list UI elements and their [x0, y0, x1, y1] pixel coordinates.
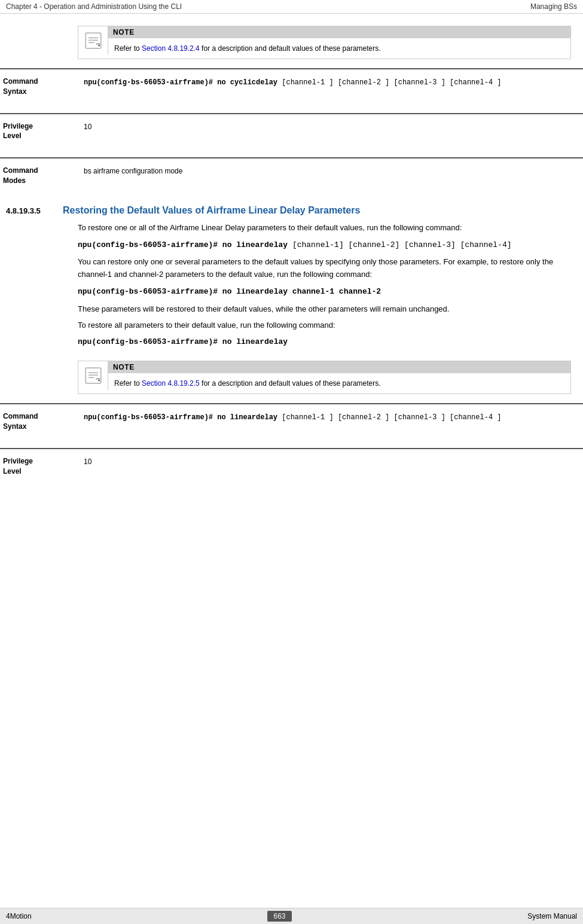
- cmd-line-1: npu(config-bs-66053-airframe)# no linear…: [78, 239, 577, 252]
- note-text-prefix-1: Refer to: [114, 44, 142, 53]
- command-syntax-bold-2: npu(config-bs-66053-airframe)# no linear…: [84, 413, 277, 422]
- privilege-level-label-1: PrivilegeLevel: [0, 120, 78, 143]
- command-modes-value-1: bs airframe configuration mode: [78, 164, 583, 187]
- note-text-1: Refer to Section 4.8.19.2.4 for a descri…: [108, 38, 570, 59]
- command-syntax-value-1: npu(config-bs-66053-airframe)# no cyclic…: [78, 75, 583, 98]
- privilege-level-row-2: PrivilegeLevel 10: [0, 448, 583, 484]
- cmd-bold-1: npu(config-bs-66053-airframe)# no linear…: [78, 240, 288, 249]
- footer-left: 4Motion: [6, 912, 32, 920]
- section-number: 4.8.19.3.5: [6, 206, 60, 215]
- note-link-2[interactable]: Section 4.8.19.2.5: [142, 379, 200, 388]
- command-syntax-mono-1: [channel-1 ] [channel-2 ] [channel-3 ] […: [277, 78, 501, 87]
- paragraph-4: To restore all parameters to their defau…: [78, 319, 577, 332]
- footer-right: System Manual: [527, 912, 577, 920]
- command-syntax-value-2: npu(config-bs-66053-airframe)# no linear…: [78, 410, 583, 433]
- note-title-1: NOTE: [108, 26, 570, 38]
- paragraph-3: These parameters will be restored to the…: [78, 303, 577, 316]
- svg-point-4: [98, 44, 100, 46]
- note-text-2: Refer to Section 4.8.19.2.5 for a descri…: [108, 373, 570, 394]
- page-number: 663: [267, 911, 291, 922]
- note-icon-1: [84, 31, 103, 50]
- note-box-2: NOTE Refer to Section 4.8.19.2.5 for a d…: [78, 361, 571, 394]
- command-modes-label-1: CommandModes: [0, 164, 78, 187]
- note-text-suffix-2: for a description and default values of …: [200, 379, 381, 388]
- command-syntax-mono-2: [channel-1 ] [channel-2 ] [channel-3 ] […: [277, 413, 501, 422]
- page-footer: 4Motion 663 System Manual: [0, 908, 583, 924]
- note-icon-area-1: [78, 26, 108, 55]
- command-syntax-row-2: CommandSyntax npu(config-bs-66053-airfra…: [0, 403, 583, 439]
- note-text-suffix-1: for a description and default values of …: [200, 44, 381, 53]
- paragraph-2: You can restore only one or several para…: [78, 256, 577, 281]
- note-link-1[interactable]: Section 4.8.19.2.4: [142, 44, 200, 53]
- cmd-rest-1: [channel-1] [channel-2] [channel-3] [cha…: [292, 240, 512, 249]
- section-title: Restoring the Default Values of Airframe…: [63, 205, 360, 216]
- note-box-1: NOTE Refer to Section 4.8.19.2.4 for a d…: [78, 26, 571, 59]
- cmd-line-3: npu(config-bs-66053-airframe)# no linear…: [78, 336, 577, 349]
- privilege-level-label-2: PrivilegeLevel: [0, 455, 78, 478]
- header-left: Chapter 4 - Operation and Administration…: [6, 2, 182, 11]
- main-content: NOTE Refer to Section 4.8.19.2.4 for a d…: [0, 14, 583, 483]
- command-syntax-bold-1: npu(config-bs-66053-airframe)# no cyclic…: [84, 78, 277, 87]
- section-heading: 4.8.19.3.5 Restoring the Default Values …: [0, 205, 583, 216]
- page-header: Chapter 4 - Operation and Administration…: [0, 0, 583, 14]
- privilege-level-value-1: 10: [78, 120, 583, 143]
- command-syntax-label-1: CommandSyntax: [0, 75, 78, 98]
- privilege-level-value-2: 10: [78, 455, 583, 478]
- paragraph-1: To restore one or all of the Airframe Li…: [78, 222, 577, 234]
- command-modes-row-1: CommandModes bs airframe configuration m…: [0, 157, 583, 193]
- note-content-1: NOTE Refer to Section 4.8.19.2.4 for a d…: [108, 26, 570, 59]
- command-syntax-row-1: CommandSyntax npu(config-bs-66053-airfra…: [0, 68, 583, 104]
- svg-point-9: [98, 380, 100, 382]
- note-title-2: NOTE: [108, 361, 570, 373]
- command-syntax-label-2: CommandSyntax: [0, 410, 78, 433]
- cmd-line-2: npu(config-bs-66053-airframe)# no linear…: [78, 286, 577, 298]
- note-text-prefix-2: Refer to: [114, 379, 142, 388]
- privilege-level-row-1: PrivilegeLevel 10: [0, 113, 583, 149]
- note-content-2: NOTE Refer to Section 4.8.19.2.5 for a d…: [108, 361, 570, 394]
- note-icon-2: [84, 366, 103, 385]
- note-icon-area-2: [78, 361, 108, 390]
- header-right: Managing BSs: [530, 2, 577, 11]
